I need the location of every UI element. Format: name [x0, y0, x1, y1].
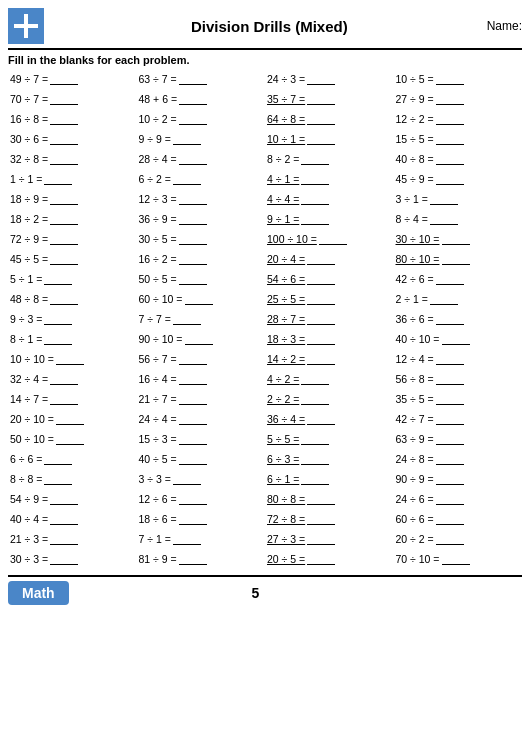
answer-line [44, 453, 72, 465]
answer-line [301, 393, 329, 405]
problem-cell: 1 ÷ 1 = [8, 169, 137, 189]
header-name: Name: [487, 19, 522, 33]
problem-cell: 28 ÷ 7 = [265, 309, 394, 329]
problem-text: 30 ÷ 6 = [10, 133, 48, 145]
problem-cell: 9 ÷ 1 = [265, 209, 394, 229]
answer-line [436, 353, 464, 365]
answer-line [50, 73, 78, 85]
problem-text: 48 + 6 = [139, 93, 178, 105]
problem-text: 27 ÷ 3 = [267, 533, 305, 545]
problem-text: 18 ÷ 3 = [267, 333, 305, 345]
problem-cell: 27 ÷ 9 = [394, 89, 523, 109]
problem-text: 4 ÷ 4 = [267, 193, 299, 205]
problem-cell: 28 ÷ 4 = [137, 149, 266, 169]
problem-cell: 24 ÷ 3 = [265, 69, 394, 89]
problem-text: 90 ÷ 10 = [139, 333, 183, 345]
answer-line [179, 113, 207, 125]
answer-line [307, 113, 335, 125]
problem-cell: 35 ÷ 7 = [265, 89, 394, 109]
problem-cell: 8 ÷ 2 = [265, 149, 394, 169]
problem-cell: 10 ÷ 1 = [265, 129, 394, 149]
problem-cell: 14 ÷ 7 = [8, 389, 137, 409]
problem-cell: 20 ÷ 10 = [8, 409, 137, 429]
answer-line [173, 313, 201, 325]
answer-line [307, 293, 335, 305]
problem-cell: 6 ÷ 2 = [137, 169, 266, 189]
answer-line [50, 553, 78, 565]
problem-text: 25 ÷ 5 = [267, 293, 305, 305]
problem-cell: 4 ÷ 4 = [265, 189, 394, 209]
answer-line [44, 333, 72, 345]
answer-line [301, 173, 329, 185]
problem-cell: 30 ÷ 10 = [394, 229, 523, 249]
answer-line [307, 553, 335, 565]
answer-line [179, 193, 207, 205]
problem-cell: 90 ÷ 10 = [137, 329, 266, 349]
answer-line [56, 433, 84, 445]
problem-cell: 27 ÷ 3 = [265, 529, 394, 549]
problem-cell: 20 ÷ 4 = [265, 249, 394, 269]
problem-text: 80 ÷ 10 = [396, 253, 440, 265]
problem-cell: 40 ÷ 10 = [394, 329, 523, 349]
problem-text: 9 ÷ 3 = [10, 313, 42, 325]
problem-cell: 40 ÷ 8 = [394, 149, 523, 169]
problem-text: 6 ÷ 1 = [267, 473, 299, 485]
problem-cell: 63 ÷ 9 = [394, 429, 523, 449]
answer-line [50, 233, 78, 245]
math-box: Math [8, 581, 69, 605]
problem-cell: 40 ÷ 5 = [137, 449, 266, 469]
answer-line [50, 213, 78, 225]
answer-line [442, 233, 470, 245]
answer-line [50, 393, 78, 405]
problem-cell: 30 ÷ 6 = [8, 129, 137, 149]
answer-line [56, 353, 84, 365]
problem-cell: 12 ÷ 3 = [137, 189, 266, 209]
answer-line [436, 113, 464, 125]
problem-cell: 14 ÷ 2 = [265, 349, 394, 369]
answer-line [179, 393, 207, 405]
problem-cell: 16 ÷ 2 = [137, 249, 266, 269]
problem-text: 14 ÷ 2 = [267, 353, 305, 365]
answer-line [301, 193, 329, 205]
answer-line [301, 153, 329, 165]
problem-cell: 2 ÷ 2 = [265, 389, 394, 409]
problem-text: 63 ÷ 7 = [139, 73, 177, 85]
problem-cell: 25 ÷ 5 = [265, 289, 394, 309]
answer-line [436, 73, 464, 85]
problem-cell: 54 ÷ 6 = [265, 269, 394, 289]
answer-line [50, 253, 78, 265]
answer-line [307, 93, 335, 105]
problem-text: 20 ÷ 10 = [10, 413, 54, 425]
answer-line [436, 393, 464, 405]
problem-text: 56 ÷ 8 = [396, 373, 434, 385]
answer-line [436, 513, 464, 525]
problem-cell: 24 ÷ 8 = [394, 449, 523, 469]
problem-text: 70 ÷ 10 = [396, 553, 440, 565]
problem-text: 7 ÷ 7 = [139, 313, 171, 325]
problem-text: 30 ÷ 5 = [139, 233, 177, 245]
header-logo [8, 8, 44, 44]
problem-cell: 16 ÷ 8 = [8, 109, 137, 129]
problem-text: 12 ÷ 6 = [139, 493, 177, 505]
problem-text: 12 ÷ 3 = [139, 193, 177, 205]
problem-cell: 48 + 6 = [137, 89, 266, 109]
problem-text: 6 ÷ 6 = [10, 453, 42, 465]
answer-line [436, 313, 464, 325]
problem-cell: 42 ÷ 6 = [394, 269, 523, 289]
problem-text: 16 ÷ 2 = [139, 253, 177, 265]
answer-line [307, 413, 335, 425]
answer-line [173, 473, 201, 485]
problem-cell: 45 ÷ 5 = [8, 249, 137, 269]
problem-cell: 36 ÷ 9 = [137, 209, 266, 229]
answer-line [301, 433, 329, 445]
answer-line [44, 173, 72, 185]
answer-line [179, 513, 207, 525]
problem-cell: 100 ÷ 10 = [265, 229, 394, 249]
problem-text: 5 ÷ 1 = [10, 273, 42, 285]
answer-line [442, 333, 470, 345]
problem-text: 42 ÷ 7 = [396, 413, 434, 425]
problem-text: 72 ÷ 8 = [267, 513, 305, 525]
problem-cell: 80 ÷ 8 = [265, 489, 394, 509]
problem-cell: 18 ÷ 3 = [265, 329, 394, 349]
problem-cell: 12 ÷ 4 = [394, 349, 523, 369]
